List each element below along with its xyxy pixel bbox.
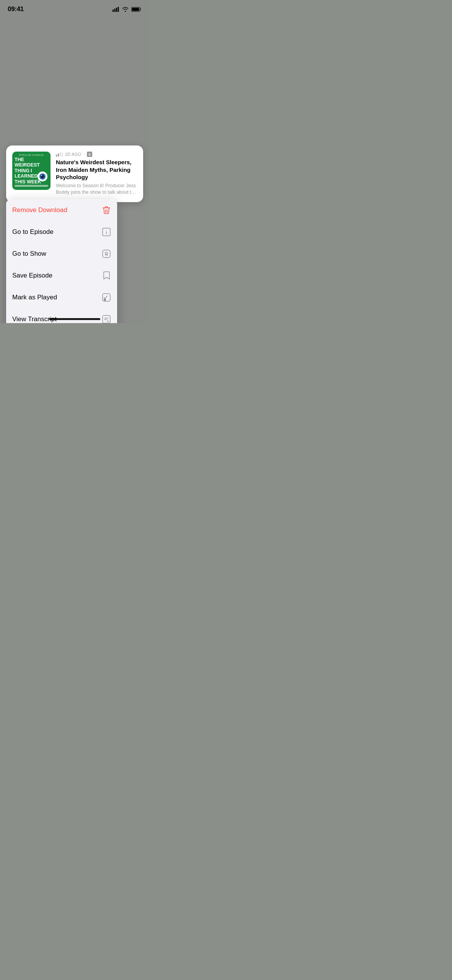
- menu-item-label: Go to Show: [12, 250, 46, 258]
- battery-icon: [131, 7, 142, 12]
- status-icons: [113, 7, 142, 12]
- svg-point-16: [104, 299, 106, 301]
- svg-rect-13: [103, 250, 110, 258]
- episode-title: Nature's Weirdest Sleepers, Iron Maiden …: [56, 158, 137, 181]
- transcript-icon: [102, 315, 111, 323]
- bars-icon: [56, 152, 63, 157]
- svg-point-10: [41, 175, 42, 176]
- episode-card: POPULAR SCIENCE THEWEIRDESTTHING ILEARNE…: [6, 145, 143, 202]
- artwork-eye-icon: [38, 172, 47, 181]
- menu-item-mark-as-played[interactable]: Mark as Played: [6, 286, 117, 308]
- menu-item-go-to-show[interactable]: Go to Show: [6, 243, 117, 265]
- info-icon: [102, 227, 111, 237]
- svg-rect-3: [118, 7, 119, 12]
- trash-icon: [102, 206, 111, 215]
- menu-item-label: Mark as Played: [12, 294, 57, 301]
- menu-item-label: Save Episode: [12, 272, 52, 279]
- menu-item-go-to-episode[interactable]: Go to Episode: [6, 221, 117, 243]
- bookmark-icon: [102, 271, 111, 280]
- svg-point-14: [105, 252, 108, 255]
- wifi-icon: [122, 7, 129, 12]
- svg-point-12: [106, 230, 107, 231]
- artwork-bottom-bar: [15, 185, 48, 187]
- home-indicator: [49, 318, 100, 320]
- signal-icon: [113, 7, 119, 12]
- podcast-icon: [102, 249, 111, 258]
- svg-rect-5: [140, 8, 142, 10]
- menu-item-view-transcript[interactable]: View Transcript: [6, 308, 117, 323]
- svg-rect-0: [113, 10, 114, 12]
- menu-item-label: Go to Episode: [12, 228, 54, 236]
- episode-meta: 2D AGO · E Nature's Weirdest Sleepers, I…: [56, 152, 137, 196]
- checkmark-circle-icon: [102, 293, 111, 302]
- svg-rect-1: [114, 8, 116, 12]
- artwork-top-label: POPULAR SCIENCE: [19, 154, 44, 156]
- svg-rect-17: [103, 315, 110, 323]
- context-menu: Remove Download Go to Episode Go to Show: [6, 199, 117, 323]
- svg-rect-2: [116, 8, 117, 12]
- menu-item-save-episode[interactable]: Save Episode: [6, 265, 117, 286]
- menu-item-label: Remove Download: [12, 206, 67, 214]
- status-time: 09:41: [8, 5, 24, 13]
- episode-artwork: POPULAR SCIENCE THEWEIRDESTTHING ILEARNE…: [12, 152, 51, 190]
- episode-info-row: 2D AGO · E: [56, 152, 137, 157]
- menu-item-remove-download[interactable]: Remove Download: [6, 199, 117, 221]
- explicit-badge: E: [87, 152, 92, 157]
- episode-description: Welcome to Season 8! Producer Jess Boddy…: [56, 183, 137, 196]
- svg-rect-6: [132, 8, 139, 11]
- episode-age: 2D AGO: [65, 152, 81, 157]
- status-bar: 09:41: [0, 0, 149, 15]
